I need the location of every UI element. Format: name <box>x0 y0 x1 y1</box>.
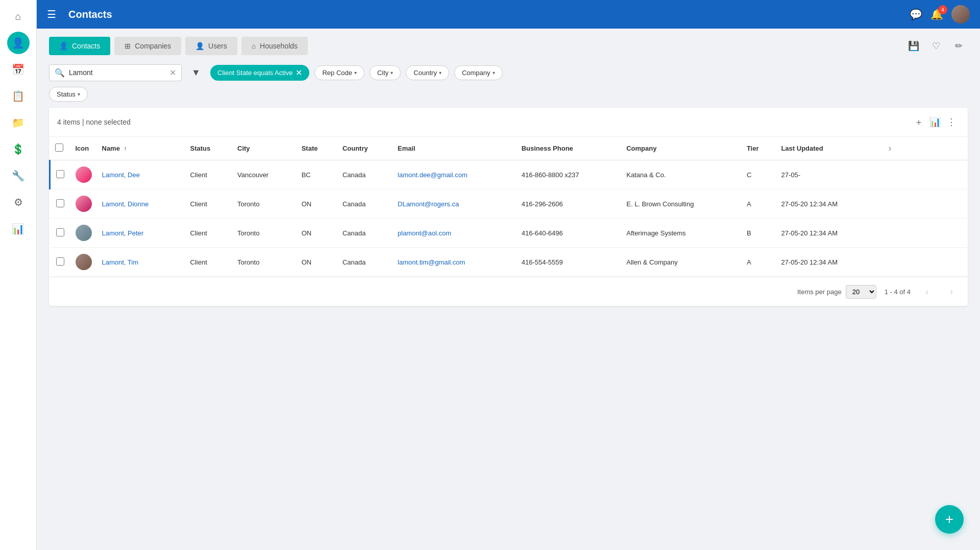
status-filter[interactable]: Status ▾ <box>49 87 88 102</box>
table-row: Lamont, Dionne Client Toronto ON Canada … <box>50 189 968 219</box>
contact-name-link-0[interactable]: Lamont, Dee <box>102 171 140 179</box>
col-status[interactable]: Status <box>185 137 232 160</box>
edit-button[interactable]: ✏ <box>949 37 968 55</box>
households-tab-icon: ⌂ <box>252 42 256 50</box>
company-filter[interactable]: Company ▾ <box>454 65 503 80</box>
favorite-button[interactable]: ♡ <box>927 37 945 55</box>
col-name[interactable]: Name ↑ <box>97 137 185 160</box>
tab-companies[interactable]: ⊞ Companies <box>114 37 181 55</box>
nav-calendar[interactable]: 📅 <box>7 58 30 81</box>
col-state[interactable]: State <box>297 137 337 160</box>
clear-search-icon[interactable]: ✕ <box>169 68 176 78</box>
save-view-button[interactable]: 💾 <box>904 37 923 55</box>
per-page-select[interactable]: 10 20 50 100 <box>846 285 876 299</box>
contact-name-link-1[interactable]: Lamont, Dionne <box>102 200 149 208</box>
edit-row-3[interactable]: ✏ <box>885 255 899 269</box>
col-updated[interactable]: Last Updated <box>776 137 879 160</box>
col-tier[interactable]: Tier <box>742 137 776 160</box>
email-row-1[interactable]: ✉ <box>901 197 915 211</box>
email-row-0[interactable]: ✉ <box>901 168 915 182</box>
row-name-0[interactable]: Lamont, Dee <box>97 160 185 189</box>
tab-users[interactable]: 👤 Users <box>185 37 237 55</box>
nav-contacts[interactable]: 👤 <box>7 32 30 54</box>
hamburger-icon[interactable]: ☰ <box>47 8 56 20</box>
row-checkbox-0[interactable] <box>56 170 64 178</box>
rep-code-filter[interactable]: Rep Code ▾ <box>314 65 364 80</box>
table-toolbar: 4 items | none selected ＋ 📊 ⋮ <box>49 108 968 137</box>
nav-files[interactable]: 📁 <box>7 111 30 134</box>
email-link-0[interactable]: lamont.dee@gmail.com <box>398 171 468 179</box>
fab-icon: + <box>945 511 953 528</box>
rep-code-label: Rep Code <box>322 69 352 77</box>
add-contact-fab[interactable]: + <box>935 505 964 534</box>
nav-reports[interactable]: 📊 <box>7 218 30 240</box>
row-checkbox-cell[interactable] <box>50 160 70 189</box>
content-area: 👤 Contacts ⊞ Companies 👤 Users ⌂ Househo… <box>37 29 980 550</box>
select-all-checkbox[interactable] <box>55 144 63 152</box>
email-link-1[interactable]: DLamont@rogers.ca <box>398 200 459 208</box>
email-row-3[interactable]: ✉ <box>901 255 915 269</box>
add-column-button[interactable]: ＋ <box>911 114 927 130</box>
nav-home[interactable]: ⌂ <box>7 5 30 28</box>
select-all-header[interactable] <box>50 137 70 160</box>
edit-row-0[interactable]: ✏ <box>885 168 899 182</box>
contact-name-link-3[interactable]: Lamont, Tim <box>102 258 139 266</box>
col-phone[interactable]: Business Phone <box>517 137 622 160</box>
col-country[interactable]: Country <box>337 137 393 160</box>
expand-columns-icon[interactable]: › <box>885 143 896 153</box>
nav-tools[interactable]: 🔧 <box>7 164 30 187</box>
row-checkbox-2[interactable] <box>56 228 64 236</box>
more-row-1[interactable]: ⋮ <box>917 197 932 211</box>
edit-row-2[interactable]: ✏ <box>885 226 899 240</box>
tab-contacts[interactable]: 👤 Contacts <box>49 37 110 55</box>
notifications-button[interactable]: 🔔 4 <box>930 8 943 20</box>
contact-name-link-2[interactable]: Lamont, Peter <box>102 229 144 237</box>
city-filter[interactable]: City ▾ <box>370 65 401 80</box>
col-company[interactable]: Company <box>621 137 742 160</box>
nav-billing[interactable]: 💲 <box>7 138 30 160</box>
row-name-2[interactable]: Lamont, Peter <box>97 219 185 248</box>
row-tier-2: B <box>742 219 776 248</box>
more-row-0[interactable]: ⋮ <box>917 168 932 182</box>
row-checkbox-cell[interactable] <box>50 189 70 219</box>
row-company-1: E. L. Brown Consulting <box>621 189 742 219</box>
filter-icon-button[interactable]: ▼ <box>187 63 205 82</box>
email-link-2[interactable]: plamont@aol.com <box>398 229 451 237</box>
col-email[interactable]: Email <box>393 137 517 160</box>
chart-button[interactable]: 📊 <box>927 114 943 130</box>
country-filter[interactable]: Country ▾ <box>406 65 449 80</box>
remove-filter-icon[interactable]: ✕ <box>296 68 302 78</box>
row-email-1[interactable]: DLamont@rogers.ca <box>393 189 517 219</box>
email-link-3[interactable]: lamont.tim@gmail.com <box>398 258 465 266</box>
next-page-button[interactable]: › <box>943 283 960 300</box>
edit-row-1[interactable]: ✏ <box>885 197 899 211</box>
col-city[interactable]: City <box>232 137 297 160</box>
row-country-1: Canada <box>337 189 393 219</box>
row-checkbox-3[interactable] <box>56 257 64 266</box>
email-row-2[interactable]: ✉ <box>901 226 915 240</box>
row-email-0[interactable]: lamont.dee@gmail.com <box>393 160 517 189</box>
more-options-button[interactable]: ⋮ <box>943 114 960 130</box>
user-avatar[interactable] <box>951 5 970 23</box>
items-count-label: 4 items | none selected <box>57 118 911 126</box>
row-checkbox-1[interactable] <box>56 199 64 207</box>
row-name-1[interactable]: Lamont, Dionne <box>97 189 185 219</box>
row-email-3[interactable]: lamont.tim@gmail.com <box>393 248 517 277</box>
row-checkbox-cell[interactable] <box>50 219 70 248</box>
nav-settings[interactable]: ⚙ <box>7 191 30 213</box>
nav-tasks[interactable]: 📋 <box>7 85 30 107</box>
row-country-3: Canada <box>337 248 393 277</box>
tab-households[interactable]: ⌂ Households <box>241 37 308 55</box>
contact-avatar-3 <box>76 254 92 270</box>
row-checkbox-cell[interactable] <box>50 248 70 277</box>
search-input[interactable] <box>69 68 165 77</box>
row-actions-3: ✏ ✉ ⋮ <box>879 248 968 277</box>
prev-page-button[interactable]: ‹ <box>919 283 935 300</box>
more-row-3[interactable]: ⋮ <box>917 255 932 269</box>
more-row-2[interactable]: ⋮ <box>917 226 932 240</box>
row-email-2[interactable]: plamont@aol.com <box>393 219 517 248</box>
rep-code-arrow: ▾ <box>354 70 357 76</box>
row-name-3[interactable]: Lamont, Tim <box>97 248 185 277</box>
messages-button[interactable]: 💬 <box>910 8 922 20</box>
row-company-2: Afterimage Systems <box>621 219 742 248</box>
